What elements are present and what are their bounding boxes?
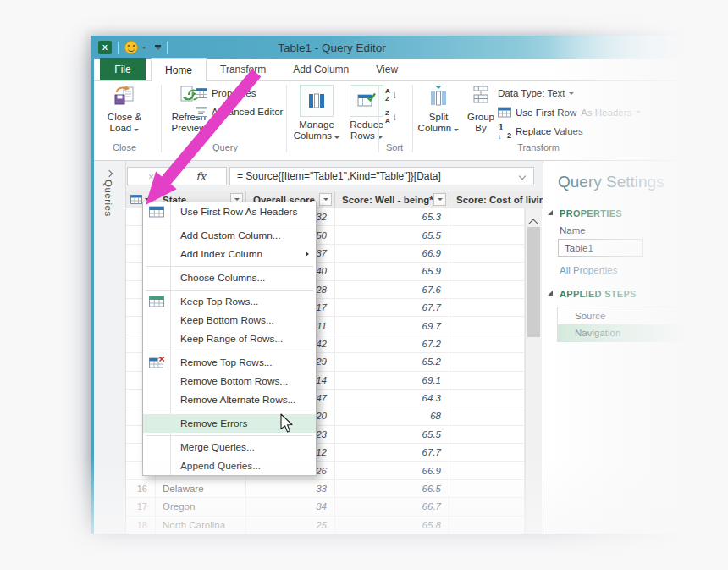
cost-of-living-cell[interactable] [449, 353, 525, 370]
cancel-icon[interactable]: × [148, 170, 155, 183]
overall-score-cell[interactable]: 25 [246, 517, 335, 534]
wellbeing-cell[interactable]: 67.2 [335, 335, 449, 352]
replace-values-button[interactable]: 1↓2 Replace Values [498, 125, 583, 138]
menu-item-label: Choose Columns... [180, 272, 265, 284]
wellbeing-cell[interactable]: 66.7 [335, 498, 449, 515]
menu-item-remove-bottom-rows[interactable]: Remove Bottom Rows... [143, 372, 316, 390]
wellbeing-cell[interactable]: 64.3 [335, 390, 449, 407]
filter-button[interactable] [319, 193, 332, 206]
table-redx-icon [149, 357, 165, 371]
wellbeing-cell[interactable]: 65.8 [335, 517, 449, 534]
wellbeing-cell[interactable]: 65.9 [335, 263, 449, 279]
cost-of-living-cell[interactable] [449, 372, 525, 389]
menu-item-keep-bottom-rows[interactable]: Keep Bottom Rows... [143, 311, 316, 329]
use-first-row-button[interactable]: Use First Row As Headers [498, 107, 641, 118]
formula-expand-icon[interactable] [519, 173, 526, 180]
cost-of-living-cell[interactable] [449, 245, 525, 262]
split-column-button[interactable]: Split Column [415, 85, 462, 134]
menu-item-choose-columns[interactable]: Choose Columns... [143, 268, 316, 287]
tab-add-column[interactable]: Add Column [279, 58, 362, 80]
reduce-rows-button[interactable]: Reduce Rows [345, 85, 389, 141]
menu-item-use-first-row-as-headers[interactable]: Use First Row As Headers [143, 202, 316, 221]
tab-home[interactable]: Home [151, 58, 207, 81]
collapse-triangle-icon[interactable] [548, 210, 553, 215]
sort-descending-icon[interactable]: Z↓A [385, 109, 399, 125]
tab-view[interactable]: View [362, 58, 411, 80]
wellbeing-cell[interactable]: 67.7 [335, 299, 449, 316]
cost-of-living-cell[interactable] [449, 426, 525, 443]
ribbon-tabs: File HomeTransformAdd ColumnView [94, 59, 683, 81]
cost-of-living-cell[interactable] [449, 390, 525, 407]
close-and-load-button[interactable]: Close & Load [100, 85, 149, 134]
wellbeing-cell[interactable]: 67.7 [335, 444, 449, 461]
overall-score-cell[interactable]: 34 [246, 498, 335, 515]
properties-section-header[interactable]: PROPERTIES [560, 208, 622, 219]
cost-of-living-cell[interactable] [449, 498, 525, 515]
menu-item-add-index-column[interactable]: Add Index Column [143, 245, 316, 263]
applied-steps-section-header[interactable]: APPLIED STEPS [560, 289, 637, 299]
advanced-editor-button[interactable]: Advanced Editor [196, 107, 283, 117]
properties-button[interactable]: Properties [196, 88, 256, 98]
vertical-scrollbar[interactable] [525, 208, 542, 534]
tab-transform[interactable]: Transform [207, 58, 279, 80]
cost-of-living-cell[interactable] [449, 208, 525, 225]
tab-file[interactable]: File [100, 58, 146, 80]
confirm-icon[interactable]: ✓ [171, 170, 179, 182]
cost-of-living-cell[interactable] [449, 281, 525, 298]
expand-chevron-icon[interactable] [106, 170, 113, 177]
scrollbar-thumb[interactable] [527, 227, 540, 337]
cost-of-living-cell[interactable] [449, 263, 525, 279]
group-by-button[interactable]: GroupBy [463, 85, 499, 134]
collapse-triangle-icon[interactable] [548, 291, 553, 296]
wellbeing-cell[interactable]: 66.9 [335, 462, 449, 479]
state-cell[interactable]: Oregon [156, 498, 246, 515]
cost-of-living-cell[interactable] [449, 317, 525, 334]
column-header-cost-of-living[interactable]: Score: Cost of livin [449, 191, 543, 208]
applied-step-navigation[interactable]: Navigation [558, 324, 685, 341]
menu-item-keep-range-of-rows[interactable]: Keep Range of Rows... [143, 329, 316, 348]
query-editor-window: X Table1 - Query Editor File HomeTransfo… [0, 0, 728, 570]
cost-of-living-cell[interactable] [449, 462, 525, 479]
filter-button[interactable] [433, 193, 446, 206]
cost-of-living-cell[interactable] [449, 299, 525, 316]
data-type-button[interactable]: Data Type: Text [498, 88, 574, 98]
menu-item-remove-alternate-rows[interactable]: Remove Alternate Rows... [143, 390, 316, 409]
manage-columns-button[interactable]: Manage Columns [291, 85, 342, 141]
panel-title: Query Settings [558, 173, 665, 191]
applied-step-source[interactable]: Source [558, 307, 685, 324]
wellbeing-cell[interactable]: 65.5 [335, 426, 449, 443]
wellbeing-cell[interactable]: 67.6 [335, 281, 449, 298]
sort-ascending-icon[interactable]: A↓Z [385, 87, 399, 102]
overall-score-cell[interactable]: 33 [246, 480, 335, 497]
all-properties-link[interactable]: All Properties [560, 265, 617, 275]
state-cell[interactable]: North Carolina [156, 517, 246, 534]
wellbeing-cell[interactable]: 65.5 [335, 226, 449, 243]
menu-item-label: Keep Range of Rows... [180, 333, 283, 345]
formula-input[interactable]: = Source{[Item="Table1",Kind="Table"]}[D… [229, 167, 534, 185]
state-cell[interactable]: Delaware [156, 480, 246, 497]
cost-of-living-cell[interactable] [449, 480, 525, 497]
query-name-input[interactable]: Table1 [558, 239, 643, 257]
wellbeing-cell[interactable]: 66.5 [335, 480, 449, 497]
cost-of-living-cell[interactable] [449, 226, 525, 243]
menu-item-remove-errors[interactable]: Remove Errors [143, 414, 316, 433]
wellbeing-cell[interactable]: 65.2 [335, 353, 449, 370]
column-header-wellbeing[interactable]: Score: Well - being* [335, 191, 449, 208]
cost-of-living-cell[interactable] [449, 444, 525, 461]
menu-item-remove-top-rows[interactable]: Remove Top Rows... [143, 353, 316, 372]
wellbeing-cell[interactable]: 65.3 [335, 208, 449, 225]
cost-of-living-cell[interactable] [449, 335, 525, 352]
wellbeing-cell[interactable]: 66.9 [335, 245, 449, 262]
menu-item-add-custom-column[interactable]: Add Custom Column... [143, 226, 316, 245]
menu-item-append-queries[interactable]: Append Queries... [143, 457, 316, 475]
wellbeing-cell[interactable]: 69.1 [335, 372, 449, 389]
cost-of-living-cell[interactable] [449, 407, 525, 424]
table-context-menu: Use First Row As HeadersAdd Custom Colum… [142, 202, 317, 476]
wellbeing-cell[interactable]: 68 [335, 407, 449, 424]
menu-item-keep-top-rows[interactable]: Keep Top Rows... [143, 292, 316, 311]
queries-pane-label[interactable]: Queries [103, 180, 113, 217]
close-load-icon [113, 85, 135, 107]
cost-of-living-cell[interactable] [449, 517, 525, 534]
wellbeing-cell[interactable]: 69.7 [335, 317, 449, 334]
menu-item-merge-queries[interactable]: Merge Queries... [143, 438, 316, 457]
